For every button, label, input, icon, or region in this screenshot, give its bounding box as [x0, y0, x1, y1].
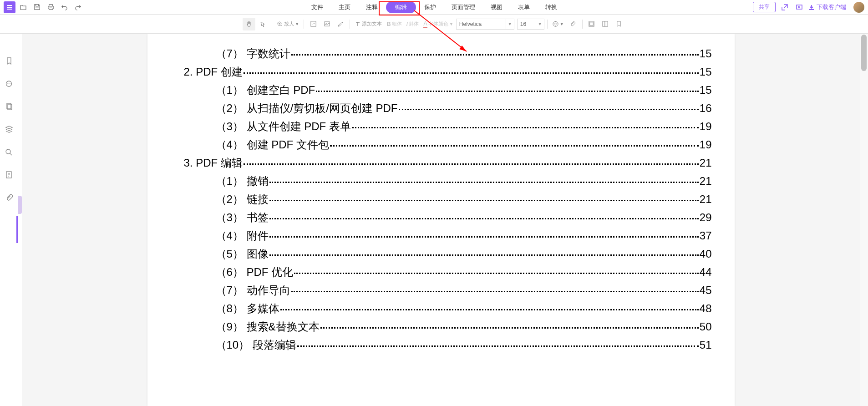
present-icon[interactable]	[794, 2, 805, 13]
pdf-page[interactable]: （7） 字数统计152. PDF 创建15（1） 创建空白 PDF15（2） 从…	[147, 34, 735, 406]
toc-entry[interactable]: 3. PDF 编辑21	[170, 156, 712, 170]
menu-item-3[interactable]: 编辑	[386, 1, 416, 13]
toc-leader-dots	[269, 235, 699, 238]
svg-point-18	[9, 83, 10, 84]
toc-entry[interactable]: （10） 段落编辑51	[170, 338, 712, 352]
layers-panel-icon[interactable]	[5, 125, 14, 134]
toc-entry[interactable]: （3） 从文件创建 PDF 表单19	[170, 119, 712, 134]
open-file-button[interactable]	[17, 1, 29, 13]
toc-page-number: 37	[700, 229, 712, 242]
redo-button[interactable]	[72, 1, 84, 13]
menu-toggle-button[interactable]	[4, 1, 15, 13]
edit-box-tool[interactable]	[307, 18, 320, 30]
select-tool[interactable]	[256, 18, 269, 30]
zoom-tool[interactable]: 放大 ▼	[275, 18, 301, 30]
toc-entry[interactable]: （8） 多媒体48	[170, 301, 712, 316]
menu-item-6[interactable]: 视图	[483, 1, 510, 13]
attachment-tool[interactable]	[567, 18, 579, 30]
toc-entry[interactable]: （1） 撤销21	[170, 174, 712, 188]
vertical-scrollbar[interactable]	[860, 34, 868, 406]
toc-leader-dots	[244, 162, 699, 165]
export-icon[interactable]	[779, 2, 790, 13]
toc-entry[interactable]: （5） 图像40	[170, 247, 712, 261]
edit-toolbar: 放大 ▼ 添加文本 B 粗体 I 斜体 A 字体颜色 ▼ ▼ ▼ ▼	[0, 15, 868, 34]
font-family-input[interactable]	[456, 19, 506, 30]
attachment-panel-icon[interactable]	[5, 193, 14, 202]
toc-title: （2） 从扫描仪/剪切板/网页创建 PDF	[216, 101, 398, 116]
toc-leader-dots	[320, 326, 699, 329]
download-client-button[interactable]: 下载客户端	[808, 3, 846, 11]
toc-leader-dots	[269, 217, 699, 219]
toc-entry[interactable]: （6） PDF 优化44	[170, 265, 712, 279]
toc-leader-dots	[269, 253, 699, 256]
save-button[interactable]	[31, 1, 43, 13]
toc-page-number: 19	[700, 138, 712, 151]
toc-entry[interactable]: （2） 从扫描仪/剪切板/网页创建 PDF16	[170, 101, 712, 116]
toc-title: （8） 多媒体	[216, 301, 279, 316]
toc-title: （5） 图像	[216, 247, 269, 261]
share-button[interactable]: 共享	[753, 2, 776, 12]
search-panel-icon[interactable]	[5, 147, 14, 157]
layout-tool-2[interactable]	[599, 18, 612, 30]
menu-item-7[interactable]: 表单	[511, 1, 537, 13]
toc-page-number: 16	[700, 102, 712, 115]
pencil-tool[interactable]	[334, 18, 347, 30]
italic-button[interactable]: I 斜体	[405, 18, 421, 30]
comment-panel-icon[interactable]	[5, 79, 14, 88]
bold-button[interactable]: B 粗体	[385, 18, 403, 30]
form-panel-icon[interactable]	[5, 170, 14, 179]
toc-entry[interactable]: 2. PDF 创建15	[170, 65, 712, 79]
menu-item-8[interactable]: 转换	[538, 1, 564, 13]
font-size-input[interactable]	[517, 19, 536, 30]
toc-entry[interactable]: （7） 字数统计15	[170, 46, 712, 61]
toc-page-number: 21	[700, 175, 712, 188]
font-size-select[interactable]: ▼	[517, 19, 544, 30]
pages-panel-icon[interactable]	[5, 102, 14, 111]
menu-item-0[interactable]: 文件	[304, 1, 330, 13]
toc-leader-dots	[352, 126, 699, 128]
add-text-tool[interactable]: 添加文本	[353, 18, 384, 30]
size-dropdown-icon[interactable]: ▼	[536, 19, 544, 30]
toc-entry[interactable]: （4） 附件37	[170, 228, 712, 243]
toc-title: （7） 动作导向	[216, 283, 290, 298]
toc-leader-dots	[330, 144, 699, 147]
menu-item-4[interactable]: 保护	[417, 1, 443, 13]
svg-rect-13	[603, 21, 608, 26]
image-tool[interactable]	[320, 18, 333, 30]
toc-title: （9） 搜索&替换文本	[216, 320, 320, 334]
undo-button[interactable]	[58, 1, 70, 13]
separator	[304, 20, 304, 29]
toc-entry[interactable]: （9） 搜索&替换文本50	[170, 320, 712, 334]
pan-tool[interactable]	[243, 18, 255, 30]
menu-item-5[interactable]: 页面管理	[444, 1, 482, 13]
bookmark-panel-icon[interactable]	[5, 56, 14, 66]
separator	[272, 20, 272, 29]
font-dropdown-icon[interactable]: ▼	[506, 19, 514, 30]
layout-tool-1[interactable]	[585, 18, 598, 30]
user-avatar[interactable]	[853, 2, 864, 13]
bookmark-tool[interactable]	[613, 18, 625, 30]
toc-title: （6） PDF 优化	[216, 265, 294, 279]
document-viewport: （7） 字数统计152. PDF 创建15（1） 创建空白 PDF15（2） 从…	[22, 34, 860, 406]
toc-title: 2. PDF 创建	[184, 65, 243, 79]
sidebar-collapse-handle[interactable]	[18, 196, 22, 214]
link-tool[interactable]: ▼	[550, 18, 566, 30]
toc-page-number: 15	[700, 47, 712, 60]
toc-entry[interactable]: （4） 创建 PDF 文件包19	[170, 137, 712, 152]
toc-leader-dots	[269, 180, 699, 183]
toc-page-number: 51	[700, 339, 712, 351]
print-button[interactable]	[45, 1, 56, 13]
font-family-select[interactable]: ▼	[456, 19, 514, 30]
menu-item-2[interactable]: 注释	[359, 1, 385, 13]
svg-rect-2	[7, 9, 12, 10]
toc-entry[interactable]: （3） 书签29	[170, 210, 712, 225]
scroll-thumb[interactable]	[861, 35, 867, 71]
menu-item-1[interactable]: 主页	[331, 1, 358, 13]
toc-entry[interactable]: （1） 创建空白 PDF15	[170, 83, 712, 97]
toc-title: （4） 附件	[216, 228, 269, 243]
toc-entry[interactable]: （7） 动作导向45	[170, 283, 712, 298]
toc-leader-dots	[294, 271, 699, 274]
toc-entry[interactable]: （2） 链接21	[170, 192, 712, 207]
font-color-button[interactable]: A 字体颜色 ▼	[421, 18, 455, 30]
svg-point-22	[6, 149, 10, 154]
